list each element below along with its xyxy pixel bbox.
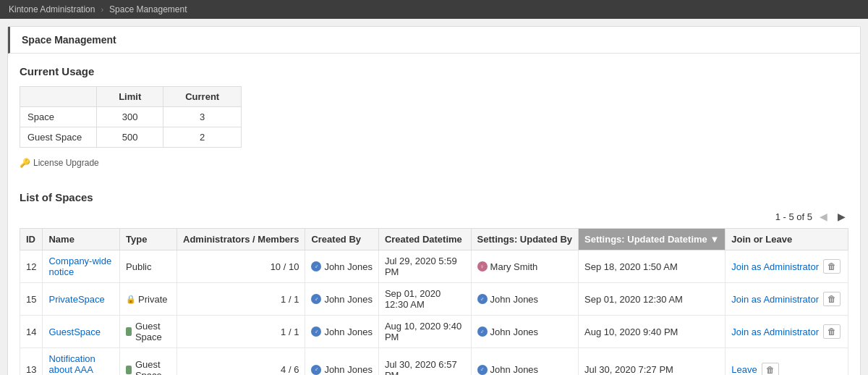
col-admin-members: Administrators / Members — [177, 229, 305, 250]
cell-settings-updated-by: ♂John Jones — [471, 316, 578, 348]
cell-settings-updated-datetime: Jul 30, 2020 7:27 PM — [579, 348, 726, 376]
breadcrumb-sep-1: › — [101, 5, 103, 14]
col-settings-updated-by: Settings: Updated By — [471, 229, 578, 250]
cell-created-datetime: Sep 01, 2020 12:30 AM — [378, 283, 471, 316]
cell-id: 13 — [20, 348, 43, 376]
join-as-admin-link[interactable]: Join as Administrator — [731, 326, 819, 337]
usage-space-current: 3 — [163, 107, 242, 127]
usage-col-label — [20, 87, 97, 107]
list-spaces-title: List of Spaces — [20, 191, 848, 203]
guest-icon — [126, 366, 132, 374]
usage-guest-label: Guest Space — [20, 127, 97, 148]
breadcrumb-space-mgmt[interactable]: Space Management — [109, 4, 187, 14]
cell-admin-members: 4 / 6 — [177, 348, 305, 376]
page-header: Space Management — [8, 27, 860, 54]
cell-settings-updated-datetime: Aug 10, 2020 9:40 PM — [579, 316, 726, 348]
list-spaces-section: List of Spaces 1 - 5 of 5 ◀ ▶ ID Name Ty… — [8, 180, 860, 375]
guest-icon — [126, 327, 132, 336]
cell-name: GuestSpace — [43, 316, 120, 348]
table-row: 12Company-wide noticePublic10 / 10♂John … — [20, 250, 848, 283]
space-name-link[interactable]: GuestSpace — [48, 326, 101, 337]
cell-join-leave: Join as Administrator🗑 — [726, 283, 848, 316]
lock-icon: 🔒 — [126, 295, 136, 304]
top-bar: Kintone Administration › Space Managemen… — [0, 0, 868, 19]
cell-admin-members: 10 / 10 — [177, 250, 305, 283]
usage-col-limit: Limit — [97, 87, 163, 107]
spaces-table: ID Name Type Administrators / Members Cr… — [20, 228, 848, 375]
cell-created-by: ♂John Jones — [305, 348, 379, 376]
user-name: Mary Smith — [490, 261, 538, 272]
breadcrumb-kintone[interactable]: Kintone Administration — [9, 4, 95, 14]
avatar: ♂ — [311, 294, 321, 304]
cell-name: Company-wide notice — [43, 250, 120, 283]
cell-settings-updated-by: ♂John Jones — [471, 283, 578, 316]
col-join-leave: Join or Leave — [726, 229, 848, 250]
usage-guest-current: 2 — [163, 127, 242, 148]
cell-join-leave: Join as Administrator🗑 — [726, 316, 848, 348]
join-as-admin-link[interactable]: Join as Administrator — [731, 261, 819, 272]
cell-type: Guest Space — [120, 316, 177, 348]
space-name-link[interactable]: Company-wide notice — [48, 256, 111, 277]
cell-type: Public — [120, 250, 177, 283]
user-name: John Jones — [490, 294, 539, 305]
next-page-button[interactable]: ▶ — [835, 209, 848, 224]
space-name-link[interactable]: PrivateSpace — [48, 294, 104, 305]
user-name: John Jones — [324, 294, 373, 305]
cell-type: 🔒 Private — [120, 283, 177, 316]
cell-created-datetime: Jul 29, 2020 5:59 PM — [378, 250, 471, 283]
usage-space-label: Space — [20, 107, 97, 127]
avatar: ♀ — [477, 261, 488, 271]
avatar: ♂ — [477, 294, 488, 304]
cell-name: Notification about AAA project — [43, 348, 120, 376]
license-upgrade-label: License Upgrade — [33, 158, 99, 168]
delete-space-button[interactable]: 🗑 — [762, 363, 779, 376]
user-name: John Jones — [324, 364, 373, 375]
cell-created-by: ♂John Jones — [305, 250, 379, 283]
table-row: 13Notification about AAA projectGuest Sp… — [20, 348, 848, 376]
usage-table: Limit Current Space 300 3 Guest Space 50… — [20, 86, 242, 148]
usage-row-guest: Guest Space 500 2 — [20, 127, 242, 148]
table-row: 15PrivateSpace🔒 Private1 / 1♂John JonesS… — [20, 283, 848, 316]
delete-space-button[interactable]: 🗑 — [823, 324, 841, 339]
user-name: John Jones — [490, 326, 539, 337]
col-name: Name — [43, 229, 120, 250]
delete-space-button[interactable]: 🗑 — [823, 259, 841, 274]
cell-join-leave: Join as Administrator🗑 — [726, 250, 848, 283]
cell-settings-updated-datetime: Sep 18, 2020 1:50 AM — [579, 250, 726, 283]
cell-id: 12 — [20, 250, 43, 283]
avatar: ♂ — [477, 326, 488, 337]
avatar: ♂ — [311, 326, 321, 337]
col-created-datetime: Created Datetime — [378, 229, 471, 250]
user-name: John Jones — [490, 364, 539, 375]
sort-desc-icon: ▼ — [710, 234, 719, 245]
current-usage-title: Current Usage — [20, 65, 848, 77]
avatar: ♂ — [311, 365, 321, 375]
join-as-admin-link[interactable]: Join as Administrator — [731, 294, 819, 305]
col-settings-updated-datetime[interactable]: Settings: Updated Datetime ▼ — [579, 229, 726, 250]
cell-admin-members: 1 / 1 — [177, 316, 305, 348]
user-name: John Jones — [324, 326, 373, 337]
cell-created-by: ♂John Jones — [305, 316, 379, 348]
col-type: Type — [120, 229, 177, 250]
prev-page-button[interactable]: ◀ — [817, 209, 830, 224]
cell-created-by: ♂John Jones — [305, 283, 379, 316]
pagination-row: 1 - 5 of 5 ◀ ▶ — [20, 209, 848, 224]
usage-guest-limit: 500 — [97, 127, 163, 148]
cell-join-leave: Leave🗑 — [726, 348, 848, 376]
cell-admin-members: 1 / 1 — [177, 283, 305, 316]
delete-space-button[interactable]: 🗑 — [823, 292, 841, 306]
cell-id: 14 — [20, 316, 43, 348]
table-row: 14GuestSpaceGuest Space1 / 1♂John JonesA… — [20, 316, 848, 348]
leave-link[interactable]: Leave — [731, 364, 757, 375]
usage-row-space: Space 300 3 — [20, 107, 242, 127]
current-usage-section: Current Usage Limit Current Space 300 3 … — [8, 54, 860, 180]
license-upgrade-link[interactable]: 🔑 License Upgrade — [20, 158, 99, 168]
user-name: John Jones — [324, 261, 373, 272]
space-name-link[interactable]: Notification about AAA project — [48, 353, 95, 375]
cell-settings-updated-by: ♀Mary Smith — [471, 250, 578, 283]
cell-name: PrivateSpace — [43, 283, 120, 316]
usage-col-current: Current — [163, 87, 242, 107]
avatar: ♂ — [311, 261, 321, 271]
cell-type: Guest Space — [120, 348, 177, 376]
avatar: ♂ — [477, 365, 488, 375]
